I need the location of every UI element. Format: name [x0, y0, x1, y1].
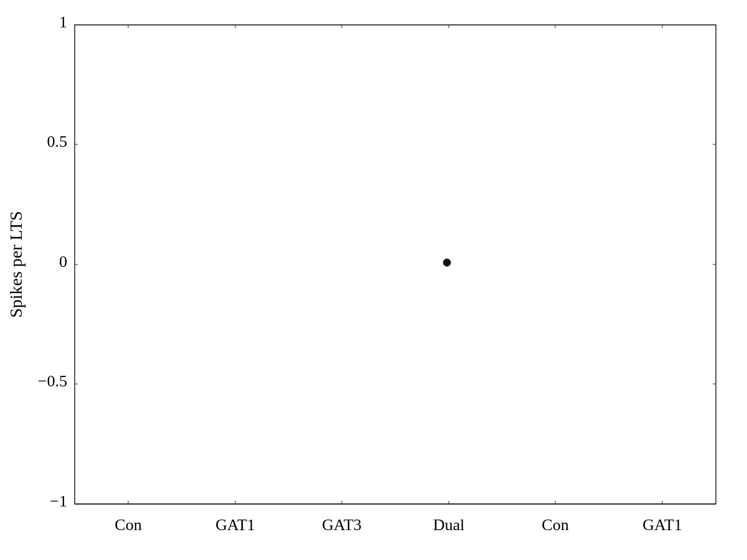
x-label-con2: Con	[542, 516, 568, 534]
x-label-gat1: GAT1	[215, 516, 255, 534]
y-axis-label: Spikes per LTS	[6, 211, 26, 318]
x-label-con1: Con	[115, 516, 141, 534]
x-label-gat3: GAT3	[322, 516, 362, 534]
scatter-plot: 1 0.5 0 −0.5 −1 Con GAT1 GAT3 Dual Con G…	[0, 0, 747, 560]
chart-container: 1 0.5 0 −0.5 −1 Con GAT1 GAT3 Dual Con G…	[0, 0, 747, 560]
x-label-gat1b: GAT1	[642, 516, 682, 534]
y-tick-n1: −1	[50, 492, 67, 510]
x-label-dual: Dual	[433, 516, 465, 534]
y-tick-1: 1	[59, 13, 67, 31]
plot-background	[75, 25, 716, 504]
data-point-dual	[443, 259, 451, 266]
y-tick-n05: −0.5	[38, 372, 67, 390]
y-tick-05: 0.5	[47, 133, 68, 151]
y-tick-0: 0	[59, 253, 67, 271]
